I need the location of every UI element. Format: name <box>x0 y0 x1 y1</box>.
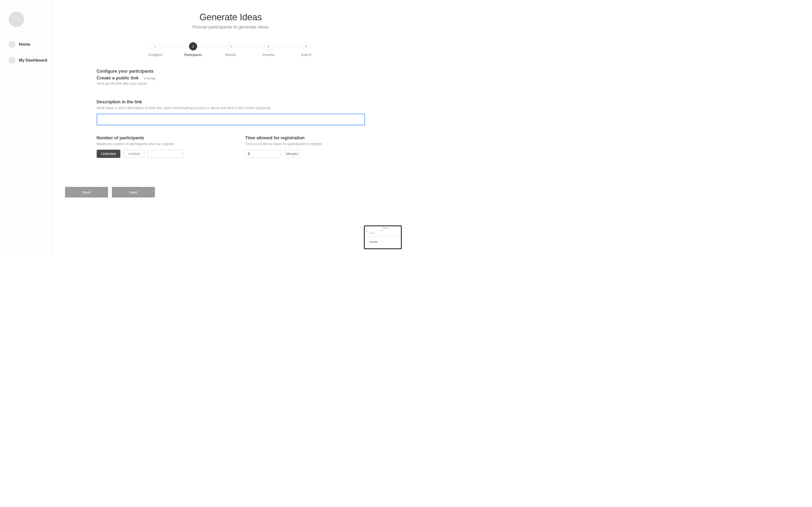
step-number: 2 <box>189 42 197 50</box>
step-number: 5 <box>302 42 310 50</box>
sidebar-item-my-dashboard[interactable]: My Dashboard <box>9 57 52 64</box>
avatar[interactable] <box>9 12 24 27</box>
step-label: Preview <box>262 53 274 57</box>
step-preview[interactable]: 4 Preview <box>250 42 287 57</box>
form-area: Configure your participants Create a pub… <box>97 69 365 158</box>
change-link[interactable]: change <box>144 76 156 80</box>
time-controls: Minutes <box>245 150 365 158</box>
settings-row: Number of participants Maximum number of… <box>97 135 365 158</box>
step-results[interactable]: 3 Results <box>212 42 250 57</box>
link-heading: Create a public link <box>97 75 139 80</box>
time-column: Time allowed for registration Time you'd… <box>245 135 365 158</box>
time-title: Time allowed for registration <box>245 135 365 140</box>
nav-dot-icon <box>9 57 15 64</box>
step-number: 1 <box>151 42 159 50</box>
description-input[interactable] <box>97 114 365 125</box>
link-row: Create a public link change <box>97 75 365 80</box>
time-subtext: Time you'd like to leave for participant… <box>245 142 365 146</box>
time-value-input[interactable] <box>245 150 281 158</box>
step-connector <box>155 46 193 47</box>
step-label: Configure <box>148 53 163 57</box>
step-label: Participants <box>184 53 202 57</box>
configure-heading: Configure your participants <box>97 69 365 74</box>
participants-controls: Unlimited Limited <box>97 150 216 158</box>
footer-buttons: Back Next <box>65 187 155 198</box>
sidebar-item-home[interactable]: Home <box>9 41 52 48</box>
stepper: 1 Configure 2 Participants 3 Results 4 P… <box>137 42 325 57</box>
step-number: 4 <box>264 42 272 50</box>
step-connector <box>268 46 306 47</box>
step-number: 3 <box>227 42 235 50</box>
nav-dot-icon <box>9 41 15 48</box>
limited-button[interactable]: Limited <box>124 150 144 158</box>
sidebar-item-label: My Dashboard <box>19 58 47 63</box>
next-button[interactable]: Next <box>112 187 155 198</box>
sidebar-item-label: Home <box>19 42 30 47</box>
sidebar: Home My Dashboard <box>0 0 53 253</box>
step-configure[interactable]: 1 Configure <box>137 42 174 57</box>
page-title: Generate Ideas <box>65 12 396 22</box>
unlimited-button[interactable]: Unlimited <box>97 150 120 158</box>
back-button[interactable]: Back <box>65 187 108 198</box>
description-title: Description in the link <box>97 100 365 105</box>
step-submit[interactable]: 5 Submit <box>287 42 325 57</box>
step-label: Results <box>225 53 236 57</box>
step-participants[interactable]: 2 Participants <box>174 42 212 57</box>
description-field-group: Description in the link Write down a sho… <box>97 100 365 125</box>
participants-subtext: Maximum number of participants who can r… <box>97 142 216 146</box>
participants-column: Number of participants Maximum number of… <box>97 135 216 158</box>
page-subtitle: Prompt participants to generate ideas <box>65 24 396 30</box>
preview-thumbnail[interactable]: Home My Dashboard Generate Ideas Prompt … <box>364 225 402 249</box>
step-connector <box>231 46 268 47</box>
main-content: Generate Ideas Prompt participants to ge… <box>53 0 406 253</box>
link-help-text: You'll get the link after you submit <box>97 81 365 86</box>
participant-limit-input[interactable] <box>148 150 184 158</box>
description-subtext: Write down a short description of what t… <box>97 106 365 110</box>
time-unit-select[interactable]: Minutes <box>285 150 300 158</box>
step-label: Submit <box>301 53 311 57</box>
step-connector <box>193 46 231 47</box>
participants-title: Number of participants <box>97 135 216 140</box>
